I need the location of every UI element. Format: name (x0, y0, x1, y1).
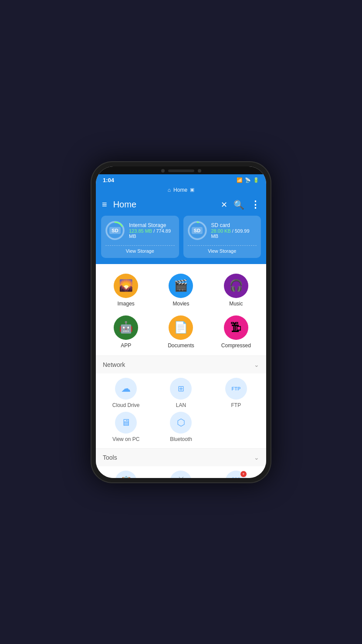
storage-used-internal: 123.85 MB (129, 228, 152, 234)
breadcrumb-file-icon: ▣ (190, 187, 194, 193)
tools-grid: 📋 Logger 📺 Recycle Bin 🛡 + Encrypted (96, 466, 266, 478)
view-storage-internal[interactable]: View Storage (105, 247, 175, 254)
toolbar-title: Home (113, 200, 221, 210)
documents-icon: 📄 (174, 321, 188, 334)
internal-storage-card[interactable]: SD Internal Storage 123.85 MB / 774.89 M… (101, 216, 179, 258)
status-icons: 📶 📡 🔋 (237, 177, 259, 183)
view-on-pc-icon-circle: 🖥 (115, 412, 137, 434)
view-on-pc-label: View on PC (112, 436, 139, 442)
images-label: Images (117, 301, 134, 307)
music-label: Music (229, 301, 243, 307)
storage-size-external: 28.00 KB / 509.99 MB (211, 228, 257, 239)
tools-label: Tools (103, 454, 117, 461)
images-icon-circle: 🌄 (114, 274, 138, 298)
storage-name-external: SD card (211, 222, 257, 228)
category-item-compressed[interactable]: 🗜 Compressed (210, 313, 262, 351)
battery-icon: 🔋 (253, 177, 259, 183)
storage-name-internal: Internal Storage (129, 222, 175, 228)
sd-card-card[interactable]: SD SD card 28.00 KB / 509.99 MB View Sto… (183, 216, 261, 258)
bluetooth-icon-circle: ⬡ (170, 412, 192, 434)
breadcrumb-home-label[interactable]: Home (173, 187, 187, 193)
sensor (198, 169, 201, 173)
tool-item-encrypted[interactable]: 🛡 + Encrypted (210, 471, 262, 478)
phone-screen: 1:04 📶 📡 🔋 ⌂ Home ▣ ≡ Home ✕ 🔍 ⋮ (96, 166, 266, 478)
bluetooth-icon: ⬡ (177, 417, 185, 428)
wifi-icon: 📶 (237, 177, 243, 183)
music-icon-circle: 🎧 (224, 274, 248, 298)
speaker (168, 169, 194, 172)
toolbar-actions: ✕ 🔍 ⋮ (221, 199, 260, 210)
network-label: Network (103, 361, 125, 368)
network-chevron-icon: ⌄ (254, 361, 259, 368)
tool-item-recycle-bin[interactable]: 📺 Recycle Bin (155, 471, 206, 478)
storage-used-external: 28.00 KB (211, 228, 231, 234)
front-camera (161, 169, 165, 173)
view-on-pc-icon: 🖥 (121, 417, 131, 428)
storage-card-top: SD Internal Storage 123.85 MB / 774.89 M… (105, 221, 175, 240)
network-item-view-on-pc[interactable]: 🖥 View on PC (100, 412, 152, 442)
network-grid: ☁ Cloud Drive ⊞ LAN FTP FTP (96, 373, 266, 448)
network-item-cloud-drive[interactable]: ☁ Cloud Drive (100, 378, 152, 408)
movies-icon-circle: 🎬 (169, 274, 193, 298)
compressed-icon-circle: 🗜 (224, 315, 248, 340)
category-item-music[interactable]: 🎧 Music (210, 271, 262, 309)
storage-divider-internal (105, 245, 175, 246)
category-grid: 🌄 Images 🎬 Movies 🎧 Music (96, 264, 266, 356)
phone-frame: 1:04 📶 📡 🔋 ⌂ Home ▣ ≡ Home ✕ 🔍 ⋮ (91, 161, 271, 483)
search-icon[interactable]: 🔍 (233, 200, 244, 210)
movies-label: Movies (173, 301, 189, 307)
storage-size-internal: 123.85 MB / 774.89 MB (129, 228, 175, 239)
signal-icon: 📡 (245, 177, 251, 183)
view-storage-external[interactable]: View Storage (188, 247, 257, 254)
bluetooth-label: Bluetooth (170, 436, 192, 442)
cloud-drive-icon-circle: ☁ (115, 378, 137, 400)
network-item-bluetooth[interactable]: ⬡ Bluetooth (155, 412, 206, 442)
storage-section: SD Internal Storage 123.85 MB / 774.89 M… (96, 216, 266, 264)
music-icon: 🎧 (229, 279, 243, 292)
cloud-drive-icon: ☁ (121, 383, 131, 394)
main-content: 🌄 Images 🎬 Movies 🎧 Music (96, 264, 266, 478)
movies-icon: 🎬 (174, 279, 188, 292)
app-label: APP (121, 342, 131, 349)
tools-section-header[interactable]: Tools ⌄ (96, 448, 266, 466)
lan-icon-circle: ⊞ (170, 378, 192, 400)
ftp-label: FTP (231, 402, 241, 408)
recycle-bin-icon-circle: 📺 (170, 471, 192, 478)
category-item-images[interactable]: 🌄 Images (100, 271, 152, 309)
app-icon-circle: 🤖 (114, 315, 138, 340)
storage-progress-internal (105, 221, 125, 240)
sd-circle-internal: SD (105, 221, 125, 240)
svg-point-2 (189, 222, 206, 239)
ftp-icon-circle: FTP (225, 378, 247, 400)
status-bar: 1:04 📶 📡 🔋 (96, 174, 266, 185)
compressed-label: Compressed (221, 342, 251, 349)
lan-label: LAN (176, 402, 186, 408)
documents-icon-circle: 📄 (169, 315, 193, 340)
lan-icon: ⊞ (178, 384, 184, 393)
documents-label: Documents (168, 342, 194, 349)
network-section-header[interactable]: Network ⌄ (96, 356, 266, 373)
network-item-lan[interactable]: ⊞ LAN (155, 378, 206, 408)
close-icon[interactable]: ✕ (221, 200, 227, 210)
encrypted-icon-circle: 🛡 + (225, 471, 247, 478)
storage-divider-external (188, 245, 257, 246)
images-icon: 🌄 (119, 279, 133, 292)
compressed-icon: 🗜 (230, 321, 242, 334)
encrypted-badge: + (240, 471, 247, 478)
category-item-documents[interactable]: 📄 Documents (155, 313, 206, 351)
more-icon[interactable]: ⋮ (250, 199, 260, 210)
storage-progress-external (188, 221, 207, 240)
storage-info-external: SD card 28.00 KB / 509.99 MB (211, 222, 257, 239)
category-item-movies[interactable]: 🎬 Movies (155, 271, 206, 309)
menu-icon[interactable]: ≡ (102, 200, 107, 210)
logger-icon: 📋 (120, 476, 132, 478)
tools-chevron-icon: ⌄ (254, 454, 259, 461)
breadcrumb-home-icon: ⌂ (168, 187, 171, 193)
sd-storage-card-top: SD SD card 28.00 KB / 509.99 MB (188, 221, 257, 240)
tool-item-logger[interactable]: 📋 Logger (100, 471, 152, 478)
network-item-ftp[interactable]: FTP FTP (210, 378, 262, 408)
storage-info-internal: Internal Storage 123.85 MB / 774.89 MB (129, 222, 175, 239)
status-time: 1:04 (103, 177, 114, 183)
phone-notch (96, 166, 266, 174)
category-item-app[interactable]: 🤖 APP (100, 313, 152, 351)
